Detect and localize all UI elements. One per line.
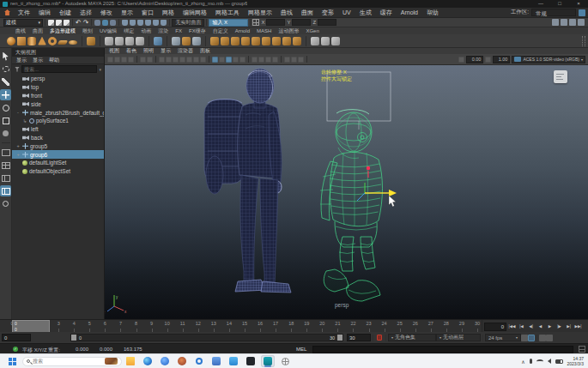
poly-disc-icon[interactable] bbox=[69, 40, 77, 45]
character-set-selector[interactable]: ▾无角色集 bbox=[388, 334, 436, 341]
pencil-tool-icon[interactable] bbox=[311, 37, 319, 45]
search-highlight-thumbnail[interactable] bbox=[105, 358, 118, 365]
shelf-tab-XGen[interactable]: XGen bbox=[302, 27, 322, 34]
colorspace-selector[interactable]: ACES 1.0 SDR-video (sRGB)▾ bbox=[512, 56, 585, 63]
expander-icon[interactable]: + bbox=[15, 143, 21, 148]
x-coordinate-field[interactable] bbox=[266, 19, 285, 26]
film-gate-icon[interactable] bbox=[166, 57, 172, 63]
paint-select-tool-icon[interactable] bbox=[0, 76, 11, 87]
lock-camera-icon[interactable] bbox=[114, 57, 120, 63]
current-time-marker[interactable]: 0 0 bbox=[12, 320, 50, 333]
bevel-icon[interactable] bbox=[221, 37, 229, 45]
gamma-field[interactable]: 1.00 bbox=[493, 56, 510, 63]
snap-live-icon[interactable] bbox=[161, 20, 167, 26]
menu-item-缓存[interactable]: 缓存 bbox=[376, 8, 397, 18]
shelf-tab-FX[interactable]: FX bbox=[172, 27, 185, 34]
anim-preferences-icon[interactable] bbox=[546, 335, 553, 341]
shelf-tab-自定义[interactable]: 自定义 bbox=[209, 27, 232, 34]
mirror-icon[interactable] bbox=[272, 37, 281, 45]
modeling-toolkit-icon[interactable] bbox=[578, 19, 585, 26]
snap-magnet-icon[interactable] bbox=[182, 37, 191, 45]
shaded-icon[interactable] bbox=[219, 57, 225, 63]
channel-box-icon[interactable] bbox=[569, 19, 576, 26]
shelf-tab-渲染[interactable]: 渲染 bbox=[155, 27, 172, 34]
image-plane-icon[interactable] bbox=[128, 57, 134, 63]
select-hierarchy-icon[interactable] bbox=[94, 20, 100, 26]
open-scene-icon[interactable] bbox=[56, 20, 62, 26]
sculpt-tool-icon[interactable] bbox=[87, 37, 95, 45]
menu-item-UV[interactable]: UV bbox=[338, 8, 355, 18]
section-plane-icon[interactable] bbox=[321, 37, 330, 45]
mute-audio-icon[interactable] bbox=[539, 335, 546, 341]
outliner-item-polySurface1[interactable]: ↳polySurface1 bbox=[12, 117, 104, 125]
mail-app-icon[interactable] bbox=[227, 355, 240, 367]
poly-torus-icon[interactable] bbox=[48, 37, 57, 45]
panel-menu-照明[interactable]: 照明 bbox=[143, 47, 154, 55]
outliner-item-persp[interactable]: persp bbox=[12, 75, 104, 83]
outliner-search-input[interactable] bbox=[21, 65, 97, 73]
poly-cylinder-icon[interactable] bbox=[27, 37, 36, 45]
workspace-value[interactable]: 常规 bbox=[531, 9, 576, 16]
mel-label[interactable]: MEL bbox=[296, 347, 306, 352]
grid-icon[interactable] bbox=[159, 57, 165, 63]
auto-key-icon[interactable] bbox=[528, 335, 535, 341]
smooth-icon[interactable] bbox=[262, 37, 270, 45]
green-selected-model[interactable] bbox=[320, 110, 383, 301]
outliner-item-top[interactable]: top bbox=[12, 83, 104, 92]
camera-bookmark-icon[interactable] bbox=[121, 57, 127, 63]
step-back-key-button[interactable]: |◀ bbox=[517, 323, 526, 331]
layout-single-tool-icon[interactable] bbox=[0, 147, 11, 158]
panel-menu-渲染器[interactable]: 渲染器 bbox=[178, 47, 193, 55]
poly-sphere-icon[interactable] bbox=[7, 37, 15, 45]
last-tool-tool-icon[interactable] bbox=[0, 128, 11, 139]
gate-mask-icon[interactable] bbox=[179, 57, 185, 63]
snap-point-icon[interactable] bbox=[137, 20, 143, 26]
outliner-item-side[interactable]: side bbox=[12, 100, 104, 108]
step-forward-frame-button[interactable]: |▶ bbox=[555, 323, 564, 331]
save-scene-icon[interactable] bbox=[64, 20, 70, 26]
shelf-tab-FX缓存[interactable]: FX缓存 bbox=[185, 27, 209, 34]
animation-start-field[interactable]: 0 bbox=[2, 334, 31, 341]
grease-pencil-icon[interactable] bbox=[147, 57, 153, 63]
battery-icon[interactable] bbox=[555, 359, 563, 364]
play-forward-button[interactable]: ▶ bbox=[545, 323, 555, 331]
panel-menu-视图[interactable]: 视图 bbox=[109, 47, 119, 55]
menu-item-编辑网格[interactable]: 编辑网格 bbox=[179, 8, 211, 18]
shelf-tab-UV编辑[interactable]: UV编辑 bbox=[96, 27, 120, 34]
curve-tool-icon[interactable] bbox=[115, 37, 124, 45]
menu-item-创建[interactable]: 创建 bbox=[55, 8, 76, 18]
time-slider-track[interactable]: 0123456789101112131415161718192021222324… bbox=[0, 320, 481, 333]
menu-item-修改[interactable]: 修改 bbox=[96, 8, 117, 18]
use-all-lights-icon[interactable] bbox=[239, 57, 246, 63]
current-frame-field[interactable]: 0 bbox=[484, 323, 506, 331]
2d-pan-zoom-icon[interactable] bbox=[140, 57, 146, 63]
menu-item-窗口[interactable]: 窗口 bbox=[137, 8, 158, 18]
outliner-item-front[interactable]: front bbox=[12, 92, 104, 100]
expander-icon[interactable]: - bbox=[15, 110, 21, 115]
xray-joints-icon[interactable] bbox=[291, 57, 297, 63]
tray-chevron-icon[interactable]: ∧ bbox=[521, 359, 524, 365]
anim-layer-selector[interactable]: ▾无动画层 bbox=[436, 334, 481, 341]
lasso-select-tool-icon[interactable] bbox=[0, 63, 11, 75]
safe-title-icon[interactable] bbox=[200, 57, 206, 63]
animation-end-field[interactable]: 30 bbox=[347, 334, 371, 341]
fps-selector[interactable]: 24 fps▾ bbox=[485, 334, 521, 341]
menu-item-帮助[interactable]: 帮助 bbox=[422, 8, 443, 18]
menu-item-文件[interactable]: 文件 bbox=[14, 8, 34, 18]
separate-icon[interactable] bbox=[293, 37, 301, 45]
outliner-menu-显示[interactable]: 显示 bbox=[33, 57, 43, 64]
menu-item-Arnold[interactable]: Arnold bbox=[397, 8, 422, 18]
menu-item-网格工具[interactable]: 网格工具 bbox=[211, 8, 244, 18]
play-backward-button[interactable]: ◀ bbox=[536, 323, 545, 331]
taskbar-search-input[interactable] bbox=[33, 359, 84, 364]
step-back-frame-button[interactable]: ◀| bbox=[526, 323, 536, 331]
sweep-mesh-icon[interactable] bbox=[136, 37, 144, 45]
outliner-item-back[interactable]: back bbox=[12, 134, 104, 142]
shelf-tab-雕刻[interactable]: 雕刻 bbox=[79, 27, 96, 34]
multisample-aa-icon[interactable] bbox=[272, 57, 278, 63]
menu-item-变形[interactable]: 变形 bbox=[318, 8, 338, 18]
shelf-tab-曲面[interactable]: 曲面 bbox=[29, 27, 46, 34]
shelf-tab-曲线[interactable]: 曲线 bbox=[12, 27, 29, 34]
chevron-down-icon[interactable]: ▾ bbox=[99, 67, 101, 72]
calculator-app-icon[interactable] bbox=[209, 355, 223, 367]
